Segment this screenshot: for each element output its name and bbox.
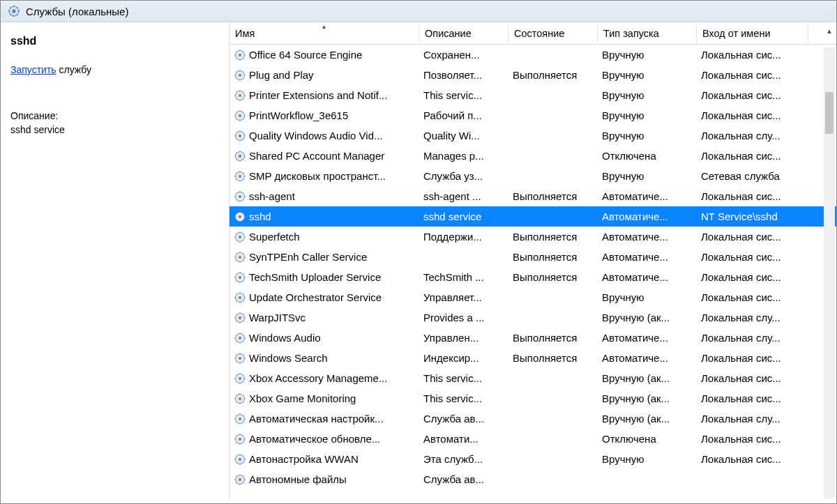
service-state-cell: Выполняется	[508, 352, 598, 364]
gear-icon	[234, 352, 246, 365]
gear-icon	[234, 392, 246, 405]
service-state-cell: Выполняется	[508, 271, 598, 283]
service-desc-cell: Индексир...	[419, 352, 508, 364]
service-logon-cell: NT Service\sshd	[697, 211, 808, 222]
service-start-cell: Вручную	[598, 49, 697, 61]
service-logon-cell: Локальная сис...	[697, 150, 808, 162]
service-row[interactable]: Office 64 Source EngineСохранен...Вручну…	[229, 45, 836, 65]
description-label: Описание:	[10, 110, 219, 121]
gear-icon	[234, 332, 246, 344]
svg-point-131	[239, 296, 241, 298]
svg-point-151	[239, 336, 241, 339]
service-name-cell: Superfetch	[249, 231, 300, 243]
service-logon-cell: Локальная сис...	[697, 69, 808, 81]
service-state-cell: Выполняется	[508, 231, 598, 243]
service-start-cell: Автоматиче...	[598, 211, 697, 222]
service-row[interactable]: Quality Windows Audio Vid...Quality Wi..…	[229, 125, 836, 146]
column-header-startup[interactable]: Тип запуска	[598, 24, 697, 43]
scrollbar-track[interactable]	[824, 47, 835, 498]
service-row[interactable]: SynTPEnh Caller ServiceВыполняетсяАвтома…	[229, 247, 836, 267]
service-row[interactable]: Windows AudioУправлен...ВыполняетсяАвтом…	[229, 328, 836, 348]
service-logon-cell: Локальная сис...	[697, 49, 808, 61]
service-row[interactable]: PrintWorkflow_3e615Рабочий п...ВручнуюЛо…	[229, 105, 836, 125]
service-name-cell: Xbox Accessory Manageme...	[249, 372, 387, 384]
start-service-link[interactable]: Запустить	[10, 64, 56, 75]
service-desc-cell: TechSmith ...	[419, 271, 508, 283]
service-row[interactable]: Автоматическое обновле...Автомати...Откл…	[229, 429, 836, 449]
action-line: Запустить службу	[10, 64, 219, 75]
column-header-description-label: Описание	[425, 28, 472, 39]
svg-point-121	[239, 275, 241, 278]
svg-point-71	[239, 174, 241, 177]
service-name-cell: Автоматическая настройк...	[249, 413, 384, 425]
service-logon-cell: Локальная слу...	[697, 332, 808, 344]
service-row[interactable]: Автонастройка WWANЭта служб...ВручнуюЛок…	[229, 449, 836, 469]
service-start-cell: Вручную	[598, 291, 697, 303]
service-desc-cell: Сохранен...	[419, 49, 508, 61]
service-row[interactable]: Автоматическая настройк...Служба ав...Вр…	[229, 408, 836, 429]
service-start-cell: Вручную (ак...	[598, 413, 697, 425]
service-row[interactable]: TechSmith Uploader ServiceTechSmith ...В…	[229, 267, 836, 287]
column-header-name[interactable]: ▴ Имя	[229, 24, 419, 43]
svg-point-51	[239, 134, 241, 137]
svg-point-161	[239, 356, 241, 359]
service-state-cell: Выполняется	[508, 190, 598, 202]
service-row[interactable]: Update Orchestrator ServiceУправляет...В…	[229, 287, 836, 307]
svg-point-111	[239, 255, 241, 258]
column-header-logon[interactable]: Вход от имени	[697, 24, 808, 43]
svg-point-211	[239, 457, 241, 460]
service-start-cell: Автоматиче...	[598, 352, 697, 364]
service-logon-cell: Локальная сис...	[697, 453, 808, 465]
service-row[interactable]: WarpJITSvcProvides a ...Вручную (ак...Ло…	[229, 307, 836, 328]
service-row[interactable]: Автономные файлыСлужба ав...	[229, 469, 836, 489]
service-row[interactable]: sshdsshd serviceАвтоматиче...NT Service\…	[229, 206, 836, 227]
svg-point-81	[239, 194, 241, 197]
service-row[interactable]: SMP дисковых пространст...Служба уз...Вр…	[229, 166, 836, 186]
service-row[interactable]: Plug and PlayПозволяет...ВыполняетсяВруч…	[229, 65, 836, 85]
service-desc-cell: Автомати...	[419, 433, 508, 445]
service-desc-cell: This servic...	[419, 392, 508, 404]
column-header-state[interactable]: Состояние	[508, 24, 598, 43]
service-name-cell: Автоматическое обновле...	[249, 433, 380, 445]
scrollbar-thumb[interactable]	[825, 92, 834, 134]
svg-point-41	[239, 114, 241, 116]
service-desc-cell: ssh-agent ...	[419, 190, 508, 202]
service-name-cell: Office 64 Source Engine	[249, 49, 362, 61]
titlebar-label: Службы (локальные)	[26, 6, 128, 17]
service-row[interactable]: Windows SearchИндексир...ВыполняетсяАвто…	[229, 348, 836, 368]
svg-point-11	[239, 53, 241, 56]
gear-icon	[234, 473, 246, 486]
service-name-cell: sshd	[249, 211, 271, 222]
scroll-up-button[interactable]: ▲	[824, 25, 835, 36]
gear-icon	[234, 271, 246, 284]
svg-point-191	[239, 417, 241, 420]
detail-pane: sshd Запустить службу Описание: sshd ser…	[1, 22, 229, 501]
service-logon-cell: Локальная слу...	[697, 312, 808, 323]
svg-point-221	[239, 478, 241, 480]
service-start-cell: Вручную	[598, 453, 697, 465]
gear-icon	[234, 211, 246, 223]
service-name-cell: Printer Extensions and Notif...	[249, 89, 387, 101]
service-name-cell: SMP дисковых пространст...	[249, 170, 386, 182]
gear-icon	[234, 453, 246, 466]
titlebar: Службы (локальные)	[1, 1, 836, 22]
service-desc-cell: Управляет...	[419, 291, 508, 303]
service-row[interactable]: SuperfetchПоддержи...ВыполняетсяАвтомати…	[229, 227, 836, 247]
service-name-cell: WarpJITSvc	[249, 312, 306, 323]
service-row[interactable]: Xbox Accessory Manageme...This servic...…	[229, 368, 836, 388]
column-header-description[interactable]: Описание	[419, 24, 508, 43]
service-row[interactable]: Printer Extensions and Notif...This serv…	[229, 85, 836, 105]
service-name-cell: Quality Windows Audio Vid...	[249, 130, 382, 142]
gear-icon	[234, 312, 246, 324]
service-row[interactable]: Xbox Game MonitoringThis servic...Вручну…	[229, 388, 836, 408]
service-start-cell: Автоматиче...	[598, 271, 697, 283]
service-logon-cell: Локальная сис...	[697, 109, 808, 121]
service-start-cell: Автоматиче...	[598, 231, 697, 243]
gear-icon	[234, 413, 246, 425]
service-start-cell: Вручную	[598, 69, 697, 81]
service-logon-cell: Локальная сис...	[697, 291, 808, 303]
service-row[interactable]: Shared PC Account ManagerManages p...Отк…	[229, 146, 836, 166]
svg-point-21	[239, 73, 241, 76]
gear-icon	[234, 251, 246, 264]
service-row[interactable]: ssh-agentssh-agent ...ВыполняетсяАвтомат…	[229, 186, 836, 206]
